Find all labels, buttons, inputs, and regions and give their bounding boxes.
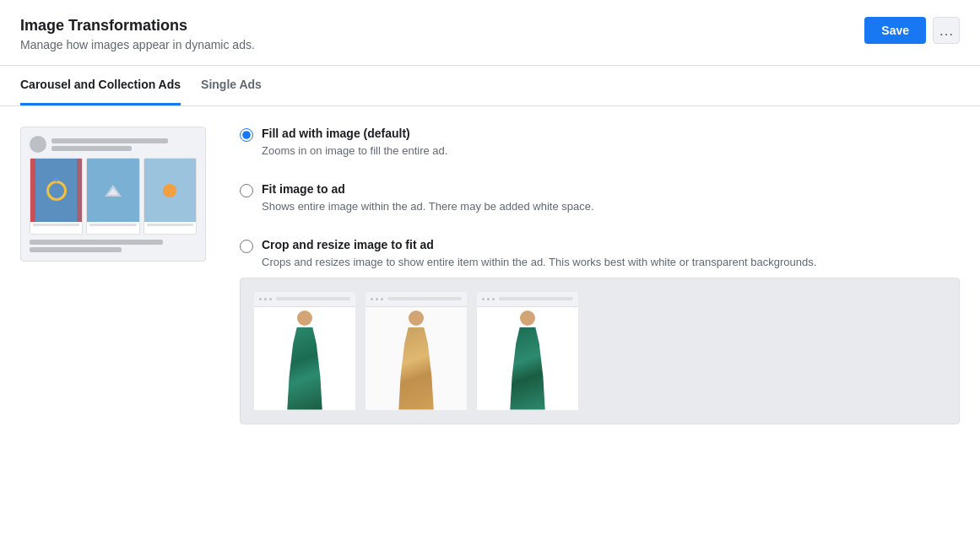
mountain-peak	[108, 188, 118, 195]
person-2	[396, 310, 436, 410]
preview-card-bottom-2	[87, 222, 138, 234]
dot-1	[259, 298, 262, 300]
tab-bar: Carousel and Collection Ads Single Ads	[0, 66, 980, 106]
dot-4	[371, 298, 373, 300]
option-fill: Fill ad with image (default) Zooms in on…	[240, 127, 960, 159]
option-crop-row: Crop and resize image to fit ad Crops an…	[240, 238, 960, 270]
mountain-wrapper	[87, 159, 138, 222]
dot-9	[492, 298, 495, 300]
ad-mock	[20, 127, 206, 262]
preview-card-2	[86, 158, 139, 235]
option-fit-desc: Shows entire image within the ad. There …	[262, 199, 594, 214]
dot-5	[376, 298, 378, 300]
option-crop-label: Crop and resize image to fit ad	[262, 238, 816, 251]
preview-bottom-lines	[30, 240, 197, 252]
dress-header-3	[477, 292, 578, 307]
tab-single[interactable]: Single Ads	[201, 66, 262, 105]
tab-carousel[interactable]: Carousel and Collection Ads	[20, 66, 181, 105]
dot-8	[487, 298, 490, 300]
option-crop-desc: Crops and resizes image to show entire i…	[262, 255, 816, 270]
preview-top-bar	[30, 136, 197, 153]
preview-card-line-2	[89, 224, 136, 226]
dot-7	[482, 298, 485, 300]
more-icon: …	[939, 22, 954, 40]
dress-img-area-1	[254, 307, 355, 410]
option-fill-text: Fill ad with image (default) Zooms in on…	[262, 127, 447, 159]
card-highlight-right	[77, 159, 82, 222]
preview-card-image-1	[30, 159, 82, 222]
person-head-3	[520, 310, 535, 326]
preview-card-line	[33, 224, 79, 226]
dress-preview-1	[254, 292, 355, 410]
option-fit-text: Fit image to ad Shows entire image withi…	[262, 182, 594, 214]
preview-bottom-line-1	[30, 240, 163, 245]
option-fit-row: Fit image to ad Shows entire image withi…	[240, 182, 960, 214]
main-content: Fill ad with image (default) Zooms in on…	[0, 106, 980, 468]
preview-line-1	[51, 138, 168, 143]
ring-diamond	[53, 177, 60, 182]
option-fit: Fit image to ad Shows entire image withi…	[240, 182, 960, 214]
sun-icon	[163, 184, 176, 197]
preview-cards-row	[30, 158, 197, 235]
header-actions: Save …	[864, 17, 960, 44]
person-body-2	[397, 327, 436, 410]
option-crop-text: Crop and resize image to fit ad Crops an…	[262, 238, 816, 270]
preview-avatar	[30, 136, 46, 153]
dress-preview-2	[365, 292, 467, 410]
options-panel: Fill ad with image (default) Zooms in on…	[240, 127, 960, 448]
radio-crop[interactable]	[240, 240, 253, 253]
preview-card-3	[143, 158, 197, 235]
header-left: Image Transformations Manage how images …	[20, 17, 255, 51]
person-head-2	[409, 310, 424, 326]
page-header: Image Transformations Manage how images …	[0, 0, 980, 66]
mountain-icon	[105, 185, 122, 197]
dot-2	[264, 298, 267, 300]
dot-3	[269, 298, 272, 300]
option-fill-desc: Zooms in on image to fill the entire ad.	[262, 143, 447, 159]
preview-card-image-3	[144, 159, 196, 222]
preview-card-1	[30, 158, 83, 235]
save-button[interactable]: Save	[864, 17, 926, 44]
preview-bottom-line-2	[30, 247, 122, 252]
card-highlight-left	[30, 159, 35, 222]
preview-card-bottom-1	[30, 222, 82, 234]
preview-line-2	[51, 146, 132, 151]
preview-card-bottom-3	[144, 222, 196, 234]
person-body-3	[508, 327, 547, 410]
dress-header-2	[365, 292, 467, 307]
person-3	[507, 310, 548, 410]
dot-6	[381, 298, 383, 300]
ring-icon	[46, 181, 67, 201]
ad-preview-illustration	[20, 127, 206, 448]
dress-img-area-2	[365, 307, 467, 410]
page-subtitle: Manage how images appear in dynamic ads.	[20, 38, 255, 51]
preview-card-line-3	[147, 224, 193, 226]
page-title: Image Transformations	[20, 17, 255, 35]
url-bar-3	[499, 297, 573, 300]
dress-preview-3	[477, 292, 578, 410]
person-head-1	[297, 310, 312, 326]
radio-fit[interactable]	[240, 184, 253, 197]
option-fill-label: Fill ad with image (default)	[262, 127, 447, 140]
option-fill-row: Fill ad with image (default) Zooms in on…	[240, 127, 960, 159]
person-1	[284, 310, 325, 410]
option-fit-label: Fit image to ad	[262, 182, 594, 196]
person-body-1	[285, 327, 324, 410]
dress-img-area-3	[477, 307, 578, 410]
url-bar-1	[276, 297, 350, 300]
url-bar-2	[387, 297, 462, 300]
radio-fill[interactable]	[240, 128, 253, 142]
dress-header-1	[254, 292, 355, 307]
preview-card-image-2	[87, 159, 138, 222]
more-button[interactable]: …	[933, 17, 960, 44]
crop-preview-section	[240, 278, 960, 424]
option-crop: Crop and resize image to fit ad Crops an…	[240, 238, 960, 424]
preview-text-lines	[51, 138, 197, 151]
